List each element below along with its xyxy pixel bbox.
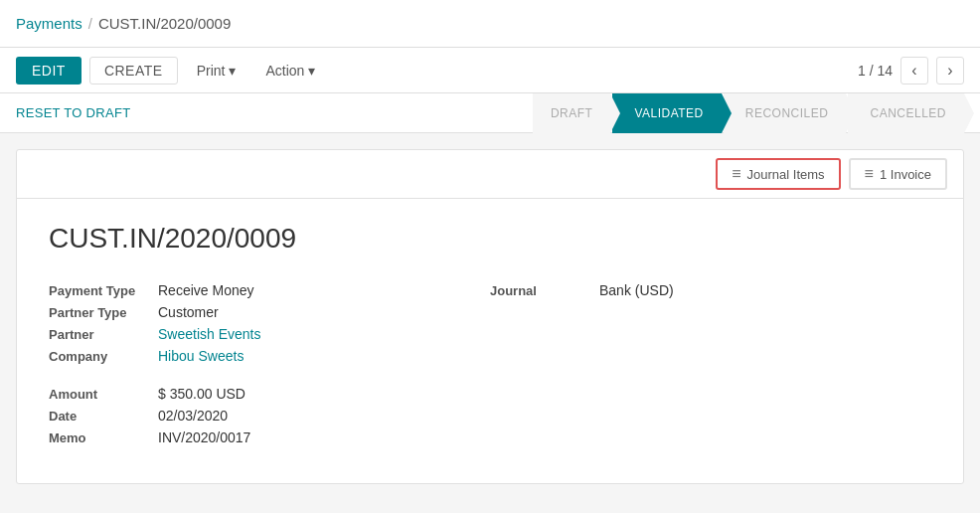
partner-type-label: Partner Type — [49, 305, 158, 320]
payment-type-label: Payment Type — [49, 283, 158, 298]
invoice-label: 1 Invoice — [880, 167, 931, 182]
step-draft[interactable]: DRAFT — [533, 93, 611, 133]
partner-type-value: Customer — [158, 304, 219, 320]
smart-buttons: ≡ Journal Items ≡ 1 Invoice — [17, 150, 963, 199]
print-label: Print — [197, 63, 226, 79]
step-reconciled-label: RECONCILED — [745, 106, 829, 120]
date-row: Date 02/03/2020 — [49, 408, 931, 424]
step-cancelled-label: CANCELLED — [870, 106, 946, 120]
partner-type-row: Partner Type Customer — [49, 304, 458, 320]
memo-row: Memo INV/2020/0017 — [49, 429, 931, 445]
form-divider — [49, 370, 931, 386]
journal-items-button[interactable]: ≡ Journal Items — [716, 158, 840, 190]
toolbar: EDIT CREATE Print ▾ Action ▾ 1 / 14 ‹ › — [0, 48, 980, 93]
partner-label: Partner — [49, 327, 158, 342]
breadcrumb-current: CUST.IN/2020/0009 — [98, 15, 231, 32]
action-label: Action — [265, 63, 304, 79]
step-reconciled[interactable]: RECONCILED — [724, 93, 847, 133]
form-right-section: Journal Bank (USD) — [490, 282, 931, 370]
memo-value: INV/2020/0017 — [158, 429, 250, 445]
company-row: Company Hibou Sweets — [49, 348, 458, 364]
top-bar: Payments / CUST.IN/2020/0009 — [0, 0, 980, 48]
date-value: 02/03/2020 — [158, 408, 228, 424]
journal-items-label: Journal Items — [747, 167, 825, 182]
action-chevron-icon: ▾ — [308, 63, 315, 79]
journal-value: Bank (USD) — [599, 282, 674, 298]
company-value[interactable]: Hibou Sweets — [158, 348, 244, 364]
pagination-text: 1 / 14 — [858, 63, 893, 79]
pagination-next-button[interactable]: › — [936, 57, 964, 85]
reset-to-draft-button[interactable]: RESET TO DRAFT — [16, 105, 130, 120]
invoice-button[interactable]: ≡ 1 Invoice — [849, 158, 947, 190]
pagination: 1 / 14 ‹ › — [858, 57, 964, 85]
pagination-prev-button[interactable]: ‹ — [900, 57, 928, 85]
status-steps: DRAFT VALIDATED RECONCILED CANCELLED — [533, 93, 964, 133]
payment-type-row: Payment Type Receive Money — [49, 282, 458, 298]
form-area: CUST.IN/2020/0009 Payment Type Receive M… — [17, 199, 963, 483]
main-content: ≡ Journal Items ≡ 1 Invoice CUST.IN/2020… — [16, 149, 964, 484]
payment-type-value: Receive Money — [158, 282, 254, 298]
record-title: CUST.IN/2020/0009 — [49, 223, 931, 255]
amount-value: $ 350.00 USD — [158, 386, 245, 402]
journal-label: Journal — [490, 283, 599, 298]
partner-row: Partner Sweetish Events — [49, 326, 458, 342]
print-button[interactable]: Print ▾ — [186, 57, 247, 85]
breadcrumb: Payments / CUST.IN/2020/0009 — [16, 15, 231, 32]
edit-button[interactable]: EDIT — [16, 57, 82, 85]
amount-label: Amount — [49, 387, 158, 402]
form-grid: Payment Type Receive Money Partner Type … — [49, 282, 931, 370]
step-draft-label: DRAFT — [551, 106, 593, 120]
journal-row: Journal Bank (USD) — [490, 282, 899, 298]
action-button[interactable]: Action ▾ — [254, 57, 326, 85]
breadcrumb-parent[interactable]: Payments — [16, 15, 82, 32]
amount-row: Amount $ 350.00 USD — [49, 386, 931, 402]
memo-label: Memo — [49, 430, 158, 445]
breadcrumb-separator: / — [88, 15, 92, 32]
create-button[interactable]: CREATE — [89, 57, 178, 85]
status-bar: RESET TO DRAFT DRAFT VALIDATED RECONCILE… — [0, 93, 980, 133]
step-cancelled[interactable]: CANCELLED — [848, 93, 964, 133]
company-label: Company — [49, 349, 158, 364]
date-label: Date — [49, 409, 158, 424]
print-chevron-icon: ▾ — [229, 63, 236, 79]
journal-items-icon: ≡ — [732, 165, 740, 183]
step-validated-label: VALIDATED — [634, 106, 703, 120]
invoice-icon: ≡ — [865, 165, 874, 183]
form-left-section: Payment Type Receive Money Partner Type … — [49, 282, 490, 370]
partner-value[interactable]: Sweetish Events — [158, 326, 261, 342]
step-validated[interactable]: VALIDATED — [612, 93, 721, 133]
